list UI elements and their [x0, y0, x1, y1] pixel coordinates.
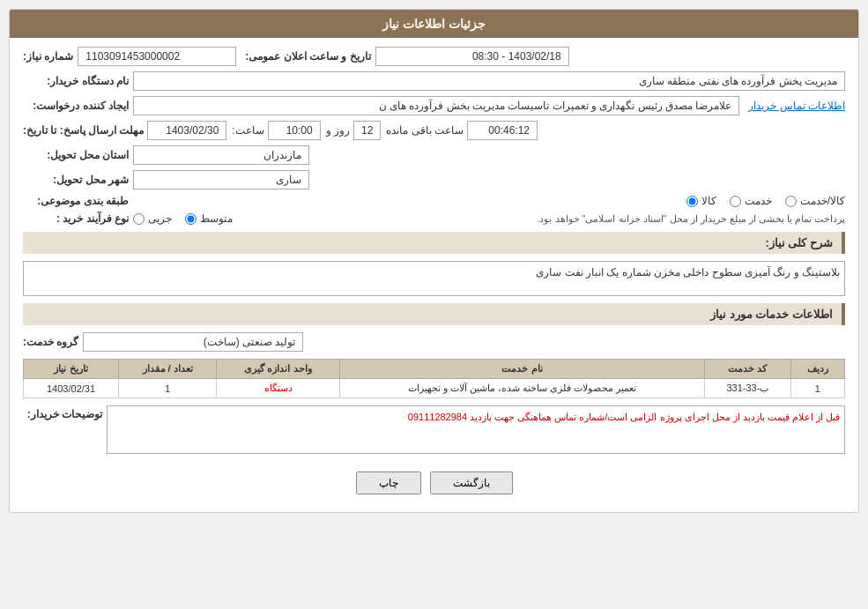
- noe-farayand-label: نوع فرآیند خرید :: [23, 212, 129, 225]
- tabaqe-bandi-label: طبقه بندی موضوعی:: [23, 195, 129, 207]
- ijad-konnande-value: علامرضا مصدق رئیس نگهداری و تعمیرات تاسی…: [133, 96, 739, 115]
- mohlat-saat-label: ساعت:: [232, 124, 263, 137]
- radio-kala[interactable]: کالا: [686, 195, 716, 207]
- notes-value: قبل از اعلام قیمت بازدید از محل اجرای پر…: [408, 412, 840, 422]
- sharh-kolli-title: شرح کلی نیاز:: [23, 232, 845, 254]
- radio-motavasset-label: متوسط: [200, 212, 233, 225]
- mohlat-date-value: 1403/02/30: [147, 121, 226, 140]
- notes-label: توضیحات خریدار:: [23, 405, 102, 420]
- sharh-kolli-value: بلاستینگ و رنگ آمیزی سطوح داخلی مخزن شما…: [536, 266, 840, 279]
- col-tarikh: تاریخ نیاز: [24, 360, 119, 379]
- ijad-konnande-link[interactable]: اطلاعات تماس خریدار: [748, 100, 845, 112]
- noe-farayand-desc: پرداخت تمام یا بخشی از مبلغ خریدار از مح…: [237, 213, 845, 225]
- radio-kala-khedmat[interactable]: کالا/خدمت: [785, 195, 845, 207]
- grohe-khedmat-label: گروه خدمت:: [23, 336, 78, 348]
- shahr-label: شهر محل تحویل:: [23, 174, 129, 186]
- services-table: ردیف کد خدمت نام خدمت واحد اندازه گیری ت…: [23, 359, 845, 398]
- nam-dastgah-label: نام دستگاه خریدار:: [23, 75, 129, 87]
- tarikh-aelan-label: تاریخ و ساعت اعلان عمومی:: [245, 50, 370, 63]
- buttons-row: بازگشت چاپ: [23, 472, 845, 503]
- table-row: 1ب-33-331تعمیر محصولات فلزی ساخته شده، م…: [24, 379, 845, 398]
- radio-kala-khedmat-label: کالا/خدمت: [800, 195, 845, 207]
- mohlat-label: مهلت ارسال پاسخ: تا تاریخ:: [23, 124, 144, 137]
- radio-khedmat-label: خدمت: [745, 195, 772, 207]
- print-button[interactable]: چاپ: [356, 472, 421, 494]
- back-button[interactable]: بازگشت: [430, 472, 513, 494]
- mohlat-remaining-label: ساعت باقی مانده: [386, 124, 464, 137]
- mohlat-saat-value: 10:00: [268, 121, 321, 140]
- cell-radif: 1: [790, 379, 844, 398]
- radio-khedmat[interactable]: خدمت: [730, 195, 772, 207]
- tarikh-aelan-value: 1403/02/18 - 08:30: [375, 47, 569, 66]
- ostan-value: مازندران: [133, 145, 309, 165]
- radio-kala-label: کالا: [701, 195, 716, 207]
- shomare-niaz-value: 1103091453000002: [78, 47, 236, 66]
- cell-kod: ب-33-331: [705, 379, 790, 398]
- nam-dastgah-value: مدیریت پخش فرآورده های نفتی منطقه ساری: [133, 71, 845, 91]
- col-nam: نام خدمت: [339, 360, 704, 379]
- page-title: جزئیات اطلاعات نیاز: [10, 10, 858, 38]
- cell-tedad: 1: [119, 379, 217, 398]
- radio-jozi-label: جزیی: [148, 212, 172, 225]
- radio-motavasset[interactable]: متوسط: [185, 212, 233, 225]
- grohe-khedmat-value: تولید صنعتی (ساخت): [83, 332, 303, 352]
- cell-nam: تعمیر محصولات فلزی ساخته شده، ماشین آلات…: [339, 379, 704, 398]
- col-kod: کد خدمت: [705, 360, 790, 379]
- cell-vahed: دستگاه: [217, 379, 340, 398]
- radio-jozi[interactable]: جزیی: [133, 212, 172, 225]
- shomare-niaz-label: شماره نیاز:: [23, 50, 73, 63]
- col-radif: ردیف: [790, 360, 844, 379]
- services-title: اطلاعات خدمات مورد نیاز: [23, 303, 845, 325]
- ijad-konnande-label: ایجاد کننده درخواست:: [23, 100, 129, 112]
- col-vahed: واحد اندازه گیری: [217, 360, 340, 379]
- cell-tarikh: 1403/02/31: [24, 379, 119, 398]
- shahr-value: ساری: [133, 170, 309, 189]
- col-tedad: تعداد / مقدار: [119, 360, 217, 379]
- ostan-label: استان محل تحویل:: [23, 149, 129, 161]
- mohlat-roz-value: 12: [353, 121, 381, 140]
- mohlat-remaining-value: 00:46:12: [467, 121, 538, 140]
- mohlat-roz-label: روز و: [326, 124, 350, 137]
